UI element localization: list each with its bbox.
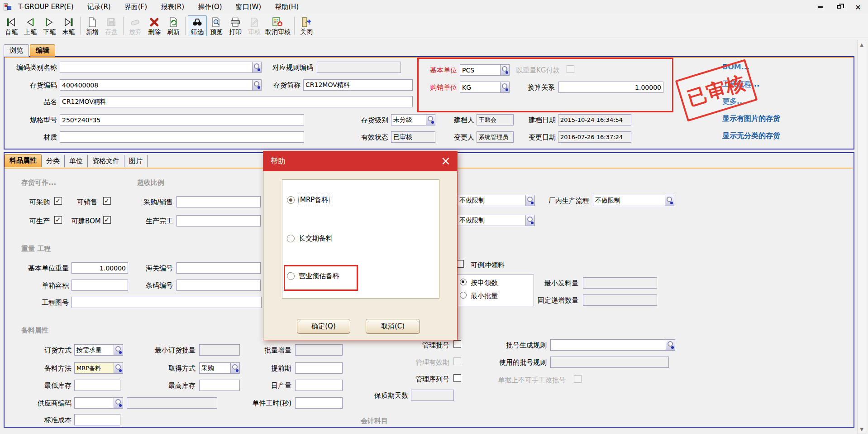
vertical-scrollbar[interactable]: ▲ ▼ bbox=[857, 40, 866, 434]
preview-button[interactable]: 预览 bbox=[207, 16, 226, 36]
radio-min-batch[interactable] bbox=[460, 292, 467, 299]
daily-output-input[interactable] bbox=[296, 380, 342, 391]
product-name-field[interactable] bbox=[60, 96, 413, 107]
supplier-input[interactable] bbox=[75, 398, 114, 408]
lead-time-field[interactable] bbox=[295, 362, 343, 374]
tab-edit[interactable]: 编辑 bbox=[30, 44, 55, 57]
no-manual-batch-checkbox[interactable] bbox=[574, 375, 582, 383]
ok-button[interactable]: 确定(Q) bbox=[297, 319, 350, 334]
lookup-icon[interactable] bbox=[114, 398, 123, 408]
lookup-icon[interactable] bbox=[114, 345, 123, 355]
menu-item-operation[interactable]: 操作(O) bbox=[198, 3, 222, 11]
delete-button[interactable]: 删除 bbox=[145, 16, 164, 36]
spec-field[interactable] bbox=[60, 114, 304, 125]
min-issue-field[interactable] bbox=[583, 277, 657, 289]
pay-by-weight-checkbox[interactable] bbox=[567, 65, 574, 73]
status-input[interactable] bbox=[391, 132, 435, 142]
factory-flow-input[interactable] bbox=[593, 195, 665, 206]
dialog-close-icon[interactable]: × bbox=[439, 154, 453, 168]
close-button[interactable]: 关闭 bbox=[297, 16, 316, 36]
batch-inc-input[interactable] bbox=[296, 345, 342, 355]
daily-output-field[interactable] bbox=[295, 380, 343, 391]
material-field[interactable] bbox=[60, 131, 304, 143]
lookup-icon[interactable] bbox=[252, 62, 261, 72]
box-volume-field[interactable] bbox=[72, 280, 128, 291]
minimize-icon[interactable] bbox=[816, 3, 824, 10]
lookup-icon[interactable] bbox=[665, 195, 674, 206]
radio-long-lead[interactable] bbox=[287, 235, 295, 242]
refresh-button[interactable]: 刷新 bbox=[164, 16, 183, 36]
tab-units[interactable]: 单位 bbox=[65, 155, 88, 167]
modifier-field[interactable] bbox=[477, 131, 514, 143]
new-button[interactable]: 新增 bbox=[83, 16, 102, 36]
level-field[interactable] bbox=[391, 114, 435, 125]
drawing-input[interactable] bbox=[72, 297, 261, 308]
lookup-icon[interactable] bbox=[666, 340, 675, 350]
filter-button[interactable]: 筛选 bbox=[188, 15, 207, 36]
option-long-lead[interactable]: 长交期备料 bbox=[287, 233, 333, 244]
modify-date-input[interactable] bbox=[558, 132, 631, 142]
tab-images[interactable]: 图片 bbox=[124, 155, 148, 167]
item-short-input[interactable] bbox=[304, 80, 412, 90]
sellable-checkbox[interactable] bbox=[103, 197, 111, 205]
coding-category-input[interactable] bbox=[60, 62, 252, 72]
scroll-up-icon[interactable]: ▲ bbox=[858, 42, 866, 47]
restriction-a-input[interactable] bbox=[458, 195, 525, 206]
menu-item-record[interactable]: 记录(R) bbox=[87, 3, 111, 11]
lookup-icon[interactable] bbox=[426, 115, 435, 125]
barcode-input[interactable] bbox=[177, 280, 260, 290]
purchasable-checkbox[interactable] bbox=[54, 197, 62, 205]
purchase-sale-field[interactable] bbox=[176, 196, 261, 207]
coding-category-field[interactable] bbox=[60, 62, 262, 73]
unit-time-field[interactable] bbox=[295, 397, 343, 409]
menu-item-help[interactable]: 帮助(H) bbox=[275, 3, 299, 11]
discard-button[interactable]: 放弃 bbox=[126, 16, 145, 36]
window-close-icon[interactable]: × bbox=[854, 3, 862, 10]
material-input[interactable] bbox=[60, 132, 304, 142]
drawing-field[interactable] bbox=[72, 297, 262, 308]
min-order-input[interactable] bbox=[200, 345, 239, 355]
trade-unit-field[interactable] bbox=[460, 82, 510, 93]
std-cost-field[interactable] bbox=[74, 414, 120, 425]
prod-done-field[interactable] bbox=[176, 215, 261, 227]
lookup-icon[interactable] bbox=[525, 195, 534, 206]
purchase-sale-input[interactable] bbox=[177, 197, 260, 207]
lookup-icon[interactable] bbox=[252, 80, 261, 90]
radio-by-request[interactable] bbox=[460, 279, 467, 285]
menu-item-report[interactable]: 报表(R) bbox=[161, 3, 184, 11]
order-mode-input[interactable] bbox=[75, 345, 114, 355]
tab-qualification[interactable]: 资格文件 bbox=[88, 155, 124, 167]
base-weight-input[interactable] bbox=[72, 263, 128, 273]
lookup-icon[interactable] bbox=[230, 363, 239, 373]
prep-method-input[interactable] bbox=[75, 363, 114, 373]
batch-rule-field[interactable] bbox=[550, 339, 675, 351]
creator-input[interactable] bbox=[477, 115, 513, 125]
last-record-button[interactable]: 末笔 bbox=[59, 16, 78, 36]
producible-checkbox[interactable] bbox=[54, 216, 62, 224]
customs-input[interactable] bbox=[177, 263, 260, 273]
next-record-button[interactable]: 下笔 bbox=[40, 16, 59, 36]
cancel-audit-button[interactable]: 取消审核 bbox=[264, 16, 292, 36]
acquire-input[interactable] bbox=[200, 363, 230, 373]
min-stock-field[interactable] bbox=[74, 380, 120, 391]
tab-item-props[interactable]: 料品属性 bbox=[5, 154, 42, 167]
lookup-icon[interactable] bbox=[114, 363, 123, 373]
product-name-input[interactable] bbox=[60, 96, 412, 107]
link-show-with-images[interactable]: 显示有图片的存货 bbox=[722, 114, 780, 124]
supplier-field[interactable] bbox=[74, 397, 123, 409]
restriction-a-field[interactable] bbox=[457, 195, 535, 206]
spec-input[interactable] bbox=[60, 115, 304, 125]
prep-method-field[interactable] bbox=[74, 362, 123, 374]
unit-time-input[interactable] bbox=[296, 398, 342, 408]
option-sales-forecast[interactable]: 营业预估备料 bbox=[287, 270, 339, 281]
fixed-inc-field[interactable] bbox=[583, 294, 657, 306]
create-date-input[interactable] bbox=[558, 115, 631, 125]
base-weight-field[interactable] bbox=[72, 262, 128, 274]
item-code-input[interactable] bbox=[60, 80, 252, 90]
fixed-inc-input[interactable] bbox=[583, 295, 657, 305]
radio-mrp[interactable] bbox=[287, 196, 295, 204]
tab-category[interactable]: 分类 bbox=[42, 155, 65, 167]
radio-sales-forecast[interactable] bbox=[287, 272, 295, 280]
level-input[interactable] bbox=[391, 115, 426, 125]
modify-date-field[interactable] bbox=[558, 131, 631, 143]
